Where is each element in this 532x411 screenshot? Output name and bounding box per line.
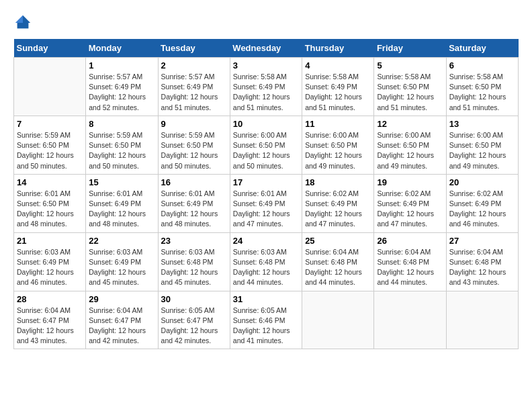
header xyxy=(13,13,519,32)
calendar-cell: 19Sunrise: 6:02 AM Sunset: 6:49 PM Dayli… xyxy=(374,174,446,232)
weekday-header-monday: Monday xyxy=(86,39,158,58)
calendar-cell: 22Sunrise: 6:03 AM Sunset: 6:49 PM Dayli… xyxy=(86,232,158,291)
day-info: Sunrise: 6:00 AM Sunset: 6:50 PM Dayligh… xyxy=(449,130,515,171)
calendar-cell: 31Sunrise: 6:05 AM Sunset: 6:46 PM Dayli… xyxy=(230,291,302,349)
calendar-cell: 28Sunrise: 6:04 AM Sunset: 6:47 PM Dayli… xyxy=(14,291,86,349)
day-info: Sunrise: 5:57 AM Sunset: 6:49 PM Dayligh… xyxy=(161,72,227,113)
calendar-cell xyxy=(446,291,518,349)
day-info: Sunrise: 6:00 AM Sunset: 6:50 PM Dayligh… xyxy=(305,130,371,171)
day-number: 31 xyxy=(233,294,299,304)
calendar-cell: 9Sunrise: 5:59 AM Sunset: 6:50 PM Daylig… xyxy=(158,116,230,174)
day-info: Sunrise: 6:04 AM Sunset: 6:48 PM Dayligh… xyxy=(377,247,443,288)
day-number: 10 xyxy=(233,119,299,129)
calendar-body: 1Sunrise: 5:57 AM Sunset: 6:49 PM Daylig… xyxy=(14,58,519,349)
calendar-cell: 27Sunrise: 6:04 AM Sunset: 6:48 PM Dayli… xyxy=(446,232,518,291)
calendar-cell: 13Sunrise: 6:00 AM Sunset: 6:50 PM Dayli… xyxy=(446,116,518,174)
weekday-header-saturday: Saturday xyxy=(446,39,518,58)
day-number: 26 xyxy=(377,236,443,246)
day-info: Sunrise: 6:03 AM Sunset: 6:49 PM Dayligh… xyxy=(17,247,83,288)
calendar-week-1: 1Sunrise: 5:57 AM Sunset: 6:49 PM Daylig… xyxy=(14,58,519,116)
calendar-cell: 25Sunrise: 6:04 AM Sunset: 6:48 PM Dayli… xyxy=(302,232,374,291)
day-number: 15 xyxy=(89,177,154,187)
logo-icon xyxy=(13,13,32,32)
day-number: 6 xyxy=(449,60,515,71)
calendar-cell: 12Sunrise: 6:00 AM Sunset: 6:50 PM Dayli… xyxy=(374,116,446,174)
day-number: 22 xyxy=(89,236,154,246)
day-number: 23 xyxy=(161,236,227,246)
day-info: Sunrise: 6:04 AM Sunset: 6:47 PM Dayligh… xyxy=(17,306,83,347)
day-number: 7 xyxy=(17,119,83,129)
day-info: Sunrise: 6:02 AM Sunset: 6:49 PM Dayligh… xyxy=(377,189,443,230)
calendar-cell: 5Sunrise: 5:58 AM Sunset: 6:50 PM Daylig… xyxy=(374,58,446,116)
calendar-cell: 15Sunrise: 6:01 AM Sunset: 6:49 PM Dayli… xyxy=(86,174,158,232)
calendar-cell: 21Sunrise: 6:03 AM Sunset: 6:49 PM Dayli… xyxy=(14,232,86,291)
calendar-cell: 23Sunrise: 6:03 AM Sunset: 6:48 PM Dayli… xyxy=(158,232,230,291)
calendar-cell: 17Sunrise: 6:01 AM Sunset: 6:49 PM Dayli… xyxy=(230,174,302,232)
day-info: Sunrise: 5:59 AM Sunset: 6:50 PM Dayligh… xyxy=(17,130,83,171)
day-info: Sunrise: 5:58 AM Sunset: 6:50 PM Dayligh… xyxy=(449,72,515,113)
day-number: 28 xyxy=(17,294,83,304)
calendar-cell: 30Sunrise: 6:05 AM Sunset: 6:47 PM Dayli… xyxy=(158,291,230,349)
day-info: Sunrise: 6:04 AM Sunset: 6:48 PM Dayligh… xyxy=(305,247,371,288)
day-info: Sunrise: 5:59 AM Sunset: 6:50 PM Dayligh… xyxy=(89,130,154,171)
day-number: 5 xyxy=(377,60,443,71)
day-info: Sunrise: 6:03 AM Sunset: 6:49 PM Dayligh… xyxy=(89,247,154,288)
svg-rect-2 xyxy=(17,23,29,28)
calendar-cell: 10Sunrise: 6:00 AM Sunset: 6:50 PM Dayli… xyxy=(230,116,302,174)
calendar-cell xyxy=(302,291,374,349)
day-number: 3 xyxy=(233,60,299,71)
day-info: Sunrise: 6:01 AM Sunset: 6:50 PM Dayligh… xyxy=(17,189,83,230)
day-number: 8 xyxy=(89,119,154,129)
day-info: Sunrise: 6:02 AM Sunset: 6:49 PM Dayligh… xyxy=(449,189,515,230)
day-number: 30 xyxy=(161,294,227,304)
weekday-header-wednesday: Wednesday xyxy=(230,39,302,58)
day-info: Sunrise: 6:01 AM Sunset: 6:49 PM Dayligh… xyxy=(161,189,227,230)
day-number: 27 xyxy=(449,236,515,246)
weekday-header-friday: Friday xyxy=(374,39,446,58)
calendar-week-4: 21Sunrise: 6:03 AM Sunset: 6:49 PM Dayli… xyxy=(14,232,519,291)
day-info: Sunrise: 6:01 AM Sunset: 6:49 PM Dayligh… xyxy=(89,189,154,230)
day-number: 9 xyxy=(161,119,227,129)
calendar-cell: 6Sunrise: 5:58 AM Sunset: 6:50 PM Daylig… xyxy=(446,58,518,116)
logo xyxy=(13,13,35,32)
svg-marker-0 xyxy=(23,15,30,23)
calendar-week-2: 7Sunrise: 5:59 AM Sunset: 6:50 PM Daylig… xyxy=(14,116,519,174)
calendar-cell: 4Sunrise: 5:58 AM Sunset: 6:49 PM Daylig… xyxy=(302,58,374,116)
calendar-cell: 3Sunrise: 5:58 AM Sunset: 6:49 PM Daylig… xyxy=(230,58,302,116)
day-info: Sunrise: 5:58 AM Sunset: 6:49 PM Dayligh… xyxy=(233,72,299,113)
day-number: 11 xyxy=(305,119,371,129)
calendar-cell: 24Sunrise: 6:03 AM Sunset: 6:48 PM Dayli… xyxy=(230,232,302,291)
calendar-cell: 2Sunrise: 5:57 AM Sunset: 6:49 PM Daylig… xyxy=(158,58,230,116)
day-number: 2 xyxy=(161,60,227,71)
day-info: Sunrise: 5:57 AM Sunset: 6:49 PM Dayligh… xyxy=(89,72,154,113)
day-number: 17 xyxy=(233,177,299,187)
day-number: 18 xyxy=(305,177,371,187)
day-number: 24 xyxy=(233,236,299,246)
day-number: 12 xyxy=(377,119,443,129)
calendar-week-3: 14Sunrise: 6:01 AM Sunset: 6:50 PM Dayli… xyxy=(14,174,519,232)
day-number: 14 xyxy=(17,177,83,187)
calendar-cell: 16Sunrise: 6:01 AM Sunset: 6:49 PM Dayli… xyxy=(158,174,230,232)
calendar-cell: 7Sunrise: 5:59 AM Sunset: 6:50 PM Daylig… xyxy=(14,116,86,174)
day-info: Sunrise: 5:58 AM Sunset: 6:49 PM Dayligh… xyxy=(305,72,371,113)
weekday-header-row: SundayMondayTuesdayWednesdayThursdayFrid… xyxy=(14,39,519,58)
day-number: 13 xyxy=(449,119,515,129)
day-number: 19 xyxy=(377,177,443,187)
day-info: Sunrise: 6:05 AM Sunset: 6:46 PM Dayligh… xyxy=(233,306,299,347)
calendar-cell xyxy=(374,291,446,349)
day-info: Sunrise: 6:03 AM Sunset: 6:48 PM Dayligh… xyxy=(161,247,227,288)
calendar-cell: 26Sunrise: 6:04 AM Sunset: 6:48 PM Dayli… xyxy=(374,232,446,291)
day-number: 4 xyxy=(305,60,371,71)
calendar-cell: 1Sunrise: 5:57 AM Sunset: 6:49 PM Daylig… xyxy=(86,58,158,116)
weekday-header-sunday: Sunday xyxy=(14,39,86,58)
day-info: Sunrise: 6:00 AM Sunset: 6:50 PM Dayligh… xyxy=(377,130,443,171)
calendar-cell: 20Sunrise: 6:02 AM Sunset: 6:49 PM Dayli… xyxy=(446,174,518,232)
calendar-cell xyxy=(14,58,86,116)
day-info: Sunrise: 5:59 AM Sunset: 6:50 PM Dayligh… xyxy=(161,130,227,171)
day-info: Sunrise: 5:58 AM Sunset: 6:50 PM Dayligh… xyxy=(377,72,443,113)
day-info: Sunrise: 6:00 AM Sunset: 6:50 PM Dayligh… xyxy=(233,130,299,171)
day-info: Sunrise: 6:05 AM Sunset: 6:47 PM Dayligh… xyxy=(161,306,227,347)
day-info: Sunrise: 6:03 AM Sunset: 6:48 PM Dayligh… xyxy=(233,247,299,288)
calendar-table: SundayMondayTuesdayWednesdayThursdayFrid… xyxy=(13,39,519,349)
day-number: 25 xyxy=(305,236,371,246)
